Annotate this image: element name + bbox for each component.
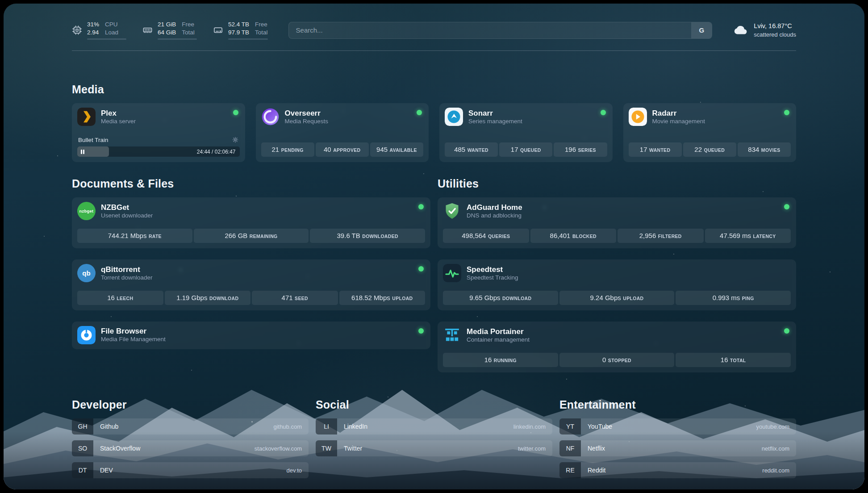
bookmark-stackoverflow[interactable]: SO StackOverflow stackoverflow.com (72, 440, 309, 456)
bookmark-name: DEV (100, 467, 113, 474)
window-frame: 31% 2.94 CPU Load (0, 0, 868, 493)
stat-block: 744.21 Mbps RATE (77, 229, 192, 243)
gear-icon[interactable] (232, 136, 239, 143)
service-card-portainer: Media Portainer Container management 16 … (438, 322, 796, 372)
bookmark-netflix[interactable]: NF Netflix netflix.com (559, 440, 796, 456)
service-name: AdGuard Home (467, 203, 522, 212)
service-link-overseerr[interactable]: Overseerr Media Requests (261, 108, 424, 126)
bookmark-abbr: RE (559, 462, 581, 478)
stat-label: WANTED (649, 147, 670, 153)
snow-particles-bright (4, 4, 5, 5)
pause-icon[interactable] (81, 150, 84, 154)
service-link-sonarr[interactable]: Sonarr Series management (445, 108, 607, 126)
service-subtitle: Movie management (652, 118, 705, 125)
bookmark-abbr: DT (72, 462, 93, 478)
adguard-icon (443, 202, 461, 220)
disk-total-label: Total (255, 29, 268, 37)
service-card-adguard: AdGuard Home DNS and adblocking 498,564 … (438, 197, 796, 248)
service-link-portainer[interactable]: Media Portainer Container management (443, 326, 791, 344)
stat-label: FILTERED (658, 234, 682, 239)
stat-label: QUEUED (520, 147, 541, 153)
disk-progress-bar (228, 38, 268, 40)
stat-label: AVAILABLE (390, 147, 417, 153)
search-provider-button[interactable]: G (691, 22, 712, 38)
section-media: Media Plex Media server (72, 83, 796, 162)
stat-label: STOPPED (608, 358, 631, 363)
service-link-adguard[interactable]: AdGuard Home DNS and adblocking (443, 202, 791, 220)
speedtest-icon (443, 264, 461, 282)
stat-value: 39.6 TB (337, 232, 360, 239)
stat-label: DOWNLOAD (209, 296, 238, 301)
service-card-plex: Plex Media server Bullet Train (72, 103, 245, 162)
disk-total-value: 97.9 TB (228, 29, 249, 37)
bookmark-abbr: GH (72, 418, 93, 435)
stat-block: 16 LEECH (77, 291, 163, 305)
service-link-speedtest[interactable]: Speedtest Speedtest Tracking (443, 264, 791, 282)
section-utilities: Utilities AdGuard Ho (438, 177, 796, 372)
bookmark-url: netflix.com (762, 445, 789, 452)
section-title-developer: Developer (72, 398, 309, 411)
stat-label: BLOCKED (572, 234, 597, 239)
stat-label: RUNNING (494, 358, 517, 363)
service-name: qBittorrent (101, 265, 153, 274)
stat-value: 86,401 (550, 232, 571, 239)
service-link-radarr[interactable]: Radarr Movie management (629, 108, 791, 126)
bookmark-twitter[interactable]: TW Twitter twitter.com (316, 440, 552, 456)
stat-label: MOVIES (761, 147, 780, 153)
playback-progress-bar[interactable]: 24:44 / 02:06:47 (77, 146, 240, 157)
bookmark-linkedin[interactable]: LI LinkedIn linkedin.com (316, 418, 552, 435)
stat-value: 9.65 Gbps (469, 294, 500, 301)
service-subtitle: Media File Management (101, 336, 166, 343)
service-link-qbittorrent[interactable]: qb qBittorrent Torrent downloader (77, 264, 425, 282)
header-divider (72, 50, 796, 51)
stat-label: QUEUED (704, 147, 725, 153)
cpu-progress-bar (87, 38, 126, 40)
status-dot (418, 204, 424, 209)
service-link-filebrowser[interactable]: File Browser Media File Management (77, 326, 425, 344)
radarr-icon (629, 108, 647, 126)
bookmark-group-developer: Developer GH Github github.com SO StackO… (72, 398, 309, 484)
service-subtitle: Usenet downloader (101, 212, 153, 220)
stat-value: 498,564 (462, 232, 486, 239)
section-title-entertainment: Entertainment (559, 398, 796, 411)
bookmark-youtube[interactable]: YT YouTube youtube.com (559, 418, 796, 435)
service-link-nzbget[interactable]: nzbget NZBGet Usenet downloader (77, 202, 425, 220)
cpu-widget: 31% 2.94 CPU Load (72, 21, 126, 40)
stat-value: 485 (454, 146, 465, 153)
stat-block: 834 MOVIES (738, 142, 791, 157)
dashboard: 31% 2.94 CPU Load (4, 4, 864, 489)
section-title-utilities: Utilities (438, 177, 796, 190)
bookmark-url: twitter.com (518, 445, 546, 452)
bookmark-name: Netflix (588, 445, 605, 452)
stat-label: SEED (295, 296, 308, 301)
stat-label: RATE (149, 234, 162, 239)
memory-free-label: Free (182, 21, 195, 29)
status-dot (784, 328, 789, 334)
service-stats: 485 WANTED 17 QUEUED 196 SERIES (445, 142, 607, 157)
bookmark-name: Twitter (344, 445, 362, 452)
stat-block: 471 SEED (252, 291, 338, 305)
nzbget-icon: nzbget (77, 202, 96, 220)
service-stats: 16 RUNNING 0 STOPPED 16 TOTAL (443, 353, 791, 367)
service-stats: 16 LEECH 1.19 Gbps DOWNLOAD 471 SEED 618… (77, 291, 425, 305)
status-dot (418, 266, 424, 272)
stat-block: 0.993 ms PING (676, 291, 791, 305)
stat-block: 17 QUEUED (499, 142, 552, 157)
bookmark-github[interactable]: GH Github github.com (72, 418, 309, 435)
bookmark-abbr: NF (559, 440, 581, 456)
bookmark-reddit[interactable]: RE Reddit reddit.com (559, 462, 796, 478)
memory-total-value: 64 GiB (158, 29, 176, 37)
stat-block: 196 SERIES (554, 142, 607, 157)
disk-free-value: 52.4 TB (228, 21, 249, 29)
status-dot (784, 204, 789, 209)
disk-widget: 52.4 TB 97.9 TB Free Total (213, 21, 268, 40)
service-name: NZBGet (101, 203, 153, 212)
bookmark-name: StackOverflow (100, 445, 140, 452)
stat-value: 471 (282, 294, 293, 301)
stat-label: APPROVED (333, 147, 360, 153)
service-link-plex[interactable]: Plex Media server (77, 108, 240, 126)
search-input[interactable] (289, 22, 692, 38)
cloud-icon (733, 23, 748, 38)
bookmark-dev[interactable]: DT DEV dev.to (72, 462, 309, 478)
service-card-filebrowser: File Browser Media File Management (72, 322, 430, 349)
